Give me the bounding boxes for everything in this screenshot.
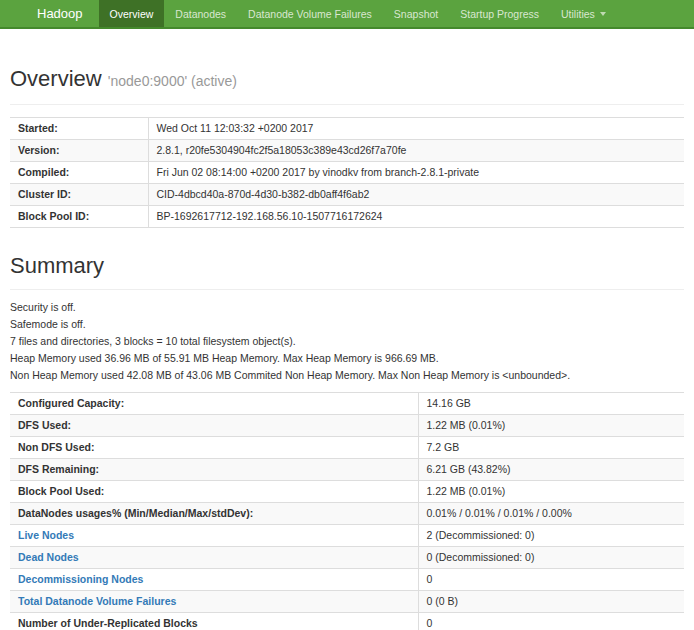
nav-tab-label: Datanodes [175,8,226,20]
summary-row-label: Block Pool Used: [10,481,418,503]
summary-row-value: 6.21 GB (43.82%) [418,459,684,481]
summary-row-value: 0 [418,613,684,630]
table-row: DFS Used: 1.22 MB (0.01%) [10,415,684,437]
table-row: Live Nodes 2 (Decommissioned: 0) [10,525,684,547]
nav-tab[interactable]: Datanode Volume Failures [237,0,383,27]
summary-row-value: 2 (Decommissioned: 0) [418,525,684,547]
table-row: Compiled: Fri Jun 02 08:14:00 +0200 2017… [10,162,684,184]
nav-tab-label: Snapshot [394,8,438,20]
info-row-label: Block Pool ID: [10,206,148,228]
table-row: Non DFS Used: 7.2 GB [10,437,684,459]
table-row: Configured Capacity: 14.16 GB [10,393,684,415]
summary-row-value: 0.01% / 0.01% / 0.01% / 0.00% [418,503,684,525]
page-title-text: Overview [10,66,102,91]
summary-table: Configured Capacity: 14.16 GB DFS Used: … [10,392,684,630]
summary-line: Heap Memory used 36.96 MB of 55.91 MB He… [10,353,684,363]
table-row: Dead Nodes 0 (Decommissioned: 0) [10,547,684,569]
summary-row-label-text: DFS Remaining: [18,463,99,475]
summary-row-label: Non DFS Used: [10,437,418,459]
summary-row-link[interactable]: Decommissioning Nodes [18,573,143,585]
nav-tab[interactable]: Snapshot [383,0,449,27]
nav-tab-label: Utilities [561,8,595,20]
summary-row-value: 14.16 GB [418,393,684,415]
summary-title: Summary [10,254,684,278]
table-row: Total Datanode Volume Failures 0 (0 B) [10,591,684,613]
summary-line: 7 files and directories, 3 blocks = 10 t… [10,336,684,346]
summary-title-text: Summary [10,253,104,278]
summary-row-label-text: Non DFS Used: [18,441,94,453]
summary-row-label-text: DFS Used: [18,419,71,431]
table-row: DataNodes usages% (Min/Median/Max/stdDev… [10,503,684,525]
table-row: Block Pool ID: BP-1692617712-192.168.56.… [10,206,684,228]
summary-row-label: Number of Under-Replicated Blocks [10,613,418,630]
summary-row-label: Total Datanode Volume Failures [10,591,418,613]
nav-items: Overview Datanodes Datanode Volume Failu… [99,0,617,27]
summary-row-label: DataNodes usages% (Min/Median/Max/stdDev… [10,503,418,525]
info-row-value: CID-4dbcd40a-870d-4d30-b382-db0aff4f6ab2 [148,184,684,206]
nav-tab[interactable]: Utilities [550,0,617,27]
summary-lines: Security is off. Safemode is off. 7 file… [10,302,684,380]
table-row: DFS Remaining: 6.21 GB (43.82%) [10,459,684,481]
summary-row-link[interactable]: Total Datanode Volume Failures [18,595,176,607]
summary-row-label-text: Block Pool Used: [18,485,104,497]
table-row: Decommissioning Nodes 0 [10,569,684,591]
nav-tab[interactable]: Startup Progress [449,0,550,27]
summary-line: Security is off. [10,302,684,312]
brand-hadoop[interactable]: Hadoop [37,0,99,27]
table-row: Cluster ID: CID-4dbcd40a-870d-4d30-b382-… [10,184,684,206]
overview-header: Overview 'node0:9000' (active) [10,67,684,105]
summary-row-link[interactable]: Live Nodes [18,529,74,541]
summary-row-label: Configured Capacity: [10,393,418,415]
summary-row-value: 1.22 MB (0.01%) [418,415,684,437]
summary-header: Summary [10,254,684,290]
info-row-value: 2.8.1, r20fe5304904fc2f5a18053c389e43cd2… [148,140,684,162]
summary-row-label-text: DataNodes usages% (Min/Median/Max/stdDev… [18,507,253,519]
info-row-label: Cluster ID: [10,184,148,206]
summary-row-value: 1.22 MB (0.01%) [418,481,684,503]
info-row-value: BP-1692617712-192.168.56.10-150771617262… [148,206,684,228]
summary-line: Non Heap Memory used 42.08 MB of 43.06 M… [10,370,684,380]
info-row-label: Started: [10,118,148,140]
info-row-value: Wed Oct 11 12:03:32 +0200 2017 [148,118,684,140]
summary-row-label: Dead Nodes [10,547,418,569]
summary-row-value: 0 [418,569,684,591]
summary-row-link[interactable]: Dead Nodes [18,551,79,563]
summary-row-value: 0 (Decommissioned: 0) [418,547,684,569]
table-row: Block Pool Used: 1.22 MB (0.01%) [10,481,684,503]
table-row: Number of Under-Replicated Blocks 0 [10,613,684,630]
table-row: Version: 2.8.1, r20fe5304904fc2f5a18053c… [10,140,684,162]
info-row-label: Compiled: [10,162,148,184]
nav-tab-label: Overview [110,8,154,20]
nav-tab-label: Startup Progress [460,8,539,20]
caret-down-icon [600,12,606,16]
table-row: Started: Wed Oct 11 12:03:32 +0200 2017 [10,118,684,140]
page-title-subtitle: 'node0:9000' (active) [108,73,237,89]
summary-row-label: Decommissioning Nodes [10,569,418,591]
summary-row-label: DFS Used: [10,415,418,437]
summary-row-value: 0 (0 B) [418,591,684,613]
summary-row-label-text: Configured Capacity: [18,397,124,409]
nav-tab[interactable]: Overview [99,0,165,27]
namenode-info-table: Started: Wed Oct 11 12:03:32 +0200 2017 … [10,117,684,228]
page-title: Overview 'node0:9000' (active) [10,67,684,93]
info-row-label: Version: [10,140,148,162]
summary-line: Safemode is off. [10,319,684,329]
summary-row-value: 7.2 GB [418,437,684,459]
navbar: Hadoop Overview Datanodes Datanode Volum… [0,0,694,29]
summary-row-label-text: Number of Under-Replicated Blocks [18,617,198,629]
summary-row-label: DFS Remaining: [10,459,418,481]
nav-tab-label: Datanode Volume Failures [248,8,372,20]
nav-tab[interactable]: Datanodes [164,0,237,27]
info-row-value: Fri Jun 02 08:14:00 +0200 2017 by vinodk… [148,162,684,184]
summary-row-label: Live Nodes [10,525,418,547]
